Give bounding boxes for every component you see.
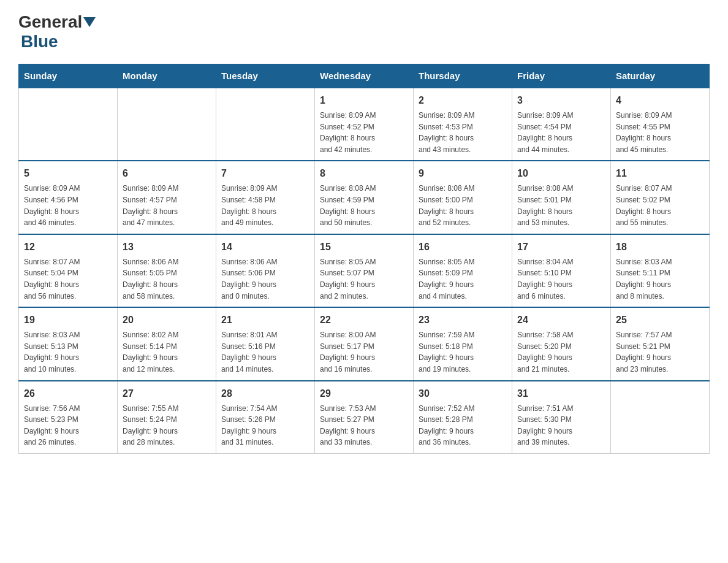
week-row-1: 1Sunrise: 8:09 AM Sunset: 4:52 PM Daylig… <box>19 88 710 161</box>
day-info: Sunrise: 7:57 AM Sunset: 5:21 PM Dayligh… <box>616 329 704 375</box>
day-cell-11: 11Sunrise: 8:07 AM Sunset: 5:02 PM Dayli… <box>611 161 710 234</box>
day-number: 3 <box>517 93 605 108</box>
empty-cell <box>216 88 315 161</box>
day-info: Sunrise: 8:08 AM Sunset: 5:00 PM Dayligh… <box>419 183 507 228</box>
day-info: Sunrise: 8:06 AM Sunset: 5:06 PM Dayligh… <box>221 256 309 302</box>
day-info: Sunrise: 7:59 AM Sunset: 5:18 PM Dayligh… <box>419 329 507 375</box>
day-number: 24 <box>517 313 605 327</box>
empty-cell <box>118 88 216 161</box>
day-cell-13: 13Sunrise: 8:06 AM Sunset: 5:05 PM Dayli… <box>118 234 216 307</box>
logo-blue: Blue <box>18 32 58 51</box>
day-info: Sunrise: 8:09 AM Sunset: 4:54 PM Dayligh… <box>517 110 605 155</box>
day-info: Sunrise: 8:02 AM Sunset: 5:14 PM Dayligh… <box>123 329 211 375</box>
day-number: 21 <box>221 313 309 327</box>
day-cell-20: 20Sunrise: 8:02 AM Sunset: 5:14 PM Dayli… <box>118 307 216 380</box>
day-number: 6 <box>123 166 211 181</box>
day-header-wednesday: Wednesday <box>315 64 414 88</box>
day-info: Sunrise: 8:03 AM Sunset: 5:13 PM Dayligh… <box>24 329 112 375</box>
empty-cell <box>611 381 710 454</box>
day-number: 19 <box>24 313 112 327</box>
day-info: Sunrise: 8:09 AM Sunset: 4:53 PM Dayligh… <box>419 110 507 155</box>
day-number: 25 <box>616 313 704 327</box>
day-number: 27 <box>123 386 211 401</box>
day-info: Sunrise: 7:54 AM Sunset: 5:26 PM Dayligh… <box>221 403 309 448</box>
day-cell-9: 9Sunrise: 8:08 AM Sunset: 5:00 PM Daylig… <box>414 161 512 234</box>
day-info: Sunrise: 8:01 AM Sunset: 5:16 PM Dayligh… <box>221 329 309 375</box>
day-number: 30 <box>419 386 507 401</box>
day-header-thursday: Thursday <box>414 64 512 88</box>
day-cell-4: 4Sunrise: 8:09 AM Sunset: 4:55 PM Daylig… <box>611 88 710 161</box>
day-number: 14 <box>221 240 309 255</box>
day-header-sunday: Sunday <box>19 64 118 88</box>
day-number: 31 <box>517 386 605 401</box>
day-cell-12: 12Sunrise: 8:07 AM Sunset: 5:04 PM Dayli… <box>19 234 118 307</box>
day-cell-21: 21Sunrise: 8:01 AM Sunset: 5:16 PM Dayli… <box>216 307 315 380</box>
day-header-monday: Monday <box>118 64 216 88</box>
day-cell-15: 15Sunrise: 8:05 AM Sunset: 5:07 PM Dayli… <box>315 234 414 307</box>
day-cell-24: 24Sunrise: 7:58 AM Sunset: 5:20 PM Dayli… <box>512 307 611 380</box>
logo: General Blue <box>18 12 97 52</box>
day-cell-18: 18Sunrise: 8:03 AM Sunset: 5:11 PM Dayli… <box>611 234 710 307</box>
day-cell-30: 30Sunrise: 7:52 AM Sunset: 5:28 PM Dayli… <box>414 381 512 454</box>
day-cell-27: 27Sunrise: 7:55 AM Sunset: 5:24 PM Dayli… <box>118 381 216 454</box>
page-header: General Blue <box>18 12 710 52</box>
day-number: 15 <box>320 240 408 255</box>
day-info: Sunrise: 8:08 AM Sunset: 5:01 PM Dayligh… <box>517 183 605 228</box>
day-number: 16 <box>419 240 507 255</box>
day-cell-26: 26Sunrise: 7:56 AM Sunset: 5:23 PM Dayli… <box>19 381 118 454</box>
day-cell-10: 10Sunrise: 8:08 AM Sunset: 5:01 PM Dayli… <box>512 161 611 234</box>
day-number: 2 <box>419 93 507 108</box>
day-info: Sunrise: 8:05 AM Sunset: 5:09 PM Dayligh… <box>419 256 507 302</box>
day-info: Sunrise: 7:56 AM Sunset: 5:23 PM Dayligh… <box>24 403 112 448</box>
day-number: 13 <box>123 240 211 255</box>
day-info: Sunrise: 8:07 AM Sunset: 5:04 PM Dayligh… <box>24 256 112 302</box>
week-row-2: 5Sunrise: 8:09 AM Sunset: 4:56 PM Daylig… <box>19 161 710 234</box>
day-number: 8 <box>320 166 408 181</box>
day-cell-16: 16Sunrise: 8:05 AM Sunset: 5:09 PM Dayli… <box>414 234 512 307</box>
day-cell-19: 19Sunrise: 8:03 AM Sunset: 5:13 PM Dayli… <box>19 307 118 380</box>
day-number: 4 <box>616 93 704 108</box>
day-number: 12 <box>24 240 112 255</box>
day-header-friday: Friday <box>512 64 611 88</box>
day-cell-6: 6Sunrise: 8:09 AM Sunset: 4:57 PM Daylig… <box>118 161 216 234</box>
week-row-3: 12Sunrise: 8:07 AM Sunset: 5:04 PM Dayli… <box>19 234 710 307</box>
day-number: 29 <box>320 386 408 401</box>
day-number: 11 <box>616 166 704 181</box>
day-number: 10 <box>517 166 605 181</box>
day-number: 20 <box>123 313 211 327</box>
day-info: Sunrise: 8:09 AM Sunset: 4:55 PM Dayligh… <box>616 110 704 155</box>
day-header-saturday: Saturday <box>611 64 710 88</box>
logo-general: General <box>18 12 82 32</box>
day-info: Sunrise: 8:04 AM Sunset: 5:10 PM Dayligh… <box>517 256 605 302</box>
day-number: 9 <box>419 166 507 181</box>
week-row-5: 26Sunrise: 7:56 AM Sunset: 5:23 PM Dayli… <box>19 381 710 454</box>
day-cell-29: 29Sunrise: 7:53 AM Sunset: 5:27 PM Dayli… <box>315 381 414 454</box>
logo-row1: General <box>18 12 97 32</box>
day-number: 26 <box>24 386 112 401</box>
day-info: Sunrise: 8:00 AM Sunset: 5:17 PM Dayligh… <box>320 329 408 375</box>
day-number: 28 <box>221 386 309 401</box>
day-number: 5 <box>24 166 112 181</box>
day-cell-7: 7Sunrise: 8:09 AM Sunset: 4:58 PM Daylig… <box>216 161 315 234</box>
day-cell-3: 3Sunrise: 8:09 AM Sunset: 4:54 PM Daylig… <box>512 88 611 161</box>
day-info: Sunrise: 7:51 AM Sunset: 5:30 PM Dayligh… <box>517 403 605 448</box>
day-info: Sunrise: 8:06 AM Sunset: 5:05 PM Dayligh… <box>123 256 211 302</box>
day-info: Sunrise: 7:55 AM Sunset: 5:24 PM Dayligh… <box>123 403 211 448</box>
logo-triangle-icon <box>83 17 96 27</box>
day-cell-2: 2Sunrise: 8:09 AM Sunset: 4:53 PM Daylig… <box>414 88 512 161</box>
day-number: 23 <box>419 313 507 327</box>
calendar-table: SundayMondayTuesdayWednesdayThursdayFrid… <box>18 64 710 454</box>
calendar-body: 1Sunrise: 8:09 AM Sunset: 4:52 PM Daylig… <box>19 88 710 453</box>
day-info: Sunrise: 8:05 AM Sunset: 5:07 PM Dayligh… <box>320 256 408 302</box>
day-info: Sunrise: 8:08 AM Sunset: 4:59 PM Dayligh… <box>320 183 408 228</box>
day-number: 7 <box>221 166 309 181</box>
day-number: 22 <box>320 313 408 327</box>
day-number: 17 <box>517 240 605 255</box>
day-info: Sunrise: 8:09 AM Sunset: 4:56 PM Dayligh… <box>24 183 112 228</box>
day-cell-25: 25Sunrise: 7:57 AM Sunset: 5:21 PM Dayli… <box>611 307 710 380</box>
week-row-4: 19Sunrise: 8:03 AM Sunset: 5:13 PM Dayli… <box>19 307 710 380</box>
day-info: Sunrise: 8:09 AM Sunset: 4:57 PM Dayligh… <box>123 183 211 228</box>
day-cell-28: 28Sunrise: 7:54 AM Sunset: 5:26 PM Dayli… <box>216 381 315 454</box>
day-headers-row: SundayMondayTuesdayWednesdayThursdayFrid… <box>19 64 710 88</box>
day-info: Sunrise: 8:09 AM Sunset: 4:58 PM Dayligh… <box>221 183 309 228</box>
